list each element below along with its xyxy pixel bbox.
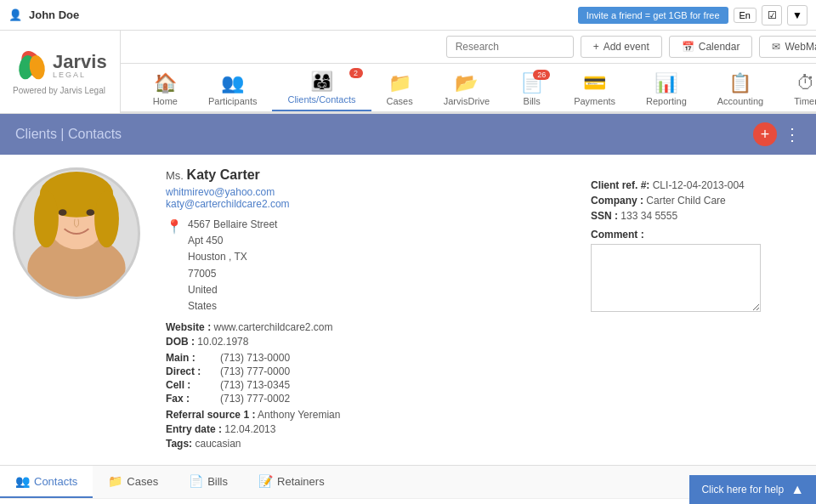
referral-value: Anthony Yeremian	[258, 409, 340, 421]
dropdown-icon[interactable]: ▼	[787, 5, 808, 25]
user-section: 👤 John Doe	[8, 8, 79, 21]
address-country1: United	[188, 282, 277, 298]
more-options-button[interactable]: ⋮	[784, 124, 801, 144]
ssn-value: 133 34 5555	[620, 210, 677, 222]
direct-phone: (713) 777-0000	[220, 365, 574, 377]
phone-grid: Main : (713) 713-0000 Direct : (713) 777…	[166, 352, 574, 405]
tab-bills[interactable]: 📄 Bills	[173, 466, 243, 498]
company-value: Carter Child Care	[646, 195, 725, 207]
nav-label-cases: Cases	[387, 96, 413, 106]
help-button[interactable]: Click here for help ▲	[689, 475, 816, 504]
client-email2[interactable]: katy@carterchildcare2.com	[166, 198, 574, 210]
clients-icon: 👨‍👩‍👧	[310, 71, 333, 93]
tab-contacts[interactable]: 👥 Contacts	[0, 466, 93, 498]
sidebar-item-home[interactable]: 🏠 Home	[138, 65, 193, 111]
website-label: Website :	[166, 321, 211, 333]
calendar-label: Calendar	[699, 41, 740, 53]
phones-block: Main : (713) 713-0000 Direct : (713) 777…	[166, 352, 574, 405]
ssn-label: SSN :	[591, 210, 618, 222]
calendar-button[interactable]: 📅 Calendar	[669, 36, 753, 58]
fax-label: Fax :	[166, 393, 217, 405]
entry-date-line: Entry date : 12.04.2013	[166, 423, 574, 435]
reporting-icon: 📊	[654, 72, 677, 94]
language-button[interactable]: En	[734, 8, 756, 23]
logo-row: Jarvis LEGAL	[13, 48, 107, 82]
sidebar-item-reporting[interactable]: 📊 Reporting	[631, 65, 702, 111]
address-text: 4567 Bellaire Street Apt 450 Houston , T…	[188, 217, 277, 314]
client-salutation: Ms.	[166, 169, 184, 182]
invite-button[interactable]: Invite a friend = get 1GB for free	[578, 7, 728, 24]
sidebar-item-jarvisdrive[interactable]: 📂 JarvisDrive	[428, 65, 505, 111]
search-wrapper	[446, 36, 574, 58]
ssn-line: SSN : 133 34 5555	[591, 210, 803, 222]
cases-icon: 📁	[388, 72, 411, 94]
dob-value: 10.02.1978	[197, 336, 248, 348]
tags-value: caucasian	[195, 438, 241, 450]
nav-label-bills: Bills	[524, 96, 541, 106]
cases-tab-label: Cases	[127, 475, 158, 488]
tab-cases[interactable]: 📁 Cases	[93, 466, 173, 498]
powered-by: Powered by Jarvis Legal	[13, 86, 107, 95]
right-header: + Add event 📅 Calendar ✉ WebMail 🏠 Home …	[121, 31, 816, 113]
plus-icon: +	[593, 41, 599, 53]
search-input[interactable]	[446, 36, 574, 58]
sidebar-item-payments[interactable]: 💳 Payments	[558, 65, 631, 111]
retainers-tab-label: Retainers	[277, 475, 325, 488]
retainers-tab-icon: 📝	[258, 474, 273, 488]
tab-retainers[interactable]: 📝 Retainers	[243, 466, 340, 498]
sidebar-item-timer[interactable]: ⏱ Timer	[779, 65, 816, 111]
webmail-button[interactable]: ✉ WebMail	[759, 36, 816, 58]
drive-icon: 📂	[455, 72, 478, 94]
client-email1[interactable]: whitmirevo@yahoo.com	[166, 186, 574, 198]
participants-icon: 👥	[221, 72, 244, 94]
bills-tab-label: Bills	[207, 475, 228, 488]
top-bar: 👤 John Doe Invite a friend = get 1GB for…	[0, 0, 816, 31]
right-column: Client ref. #: CLI-12-04-2013-004 Compan…	[591, 167, 803, 452]
add-event-label: Add event	[604, 41, 649, 53]
add-event-button[interactable]: + Add event	[581, 36, 662, 58]
contacts-subtitle: Contacts	[68, 127, 122, 141]
sidebar-item-bills[interactable]: 📄 Bills 26	[505, 65, 558, 111]
sidebar-item-participants[interactable]: 👥 Participants	[193, 65, 272, 111]
nav-bar: 🏠 Home 👥 Participants 👨‍👩‍👧 Clients/Cont…	[121, 64, 816, 113]
company-line: Company : Carter Child Care	[591, 195, 803, 207]
dob-label: DOB :	[166, 336, 195, 348]
svg-point-8	[94, 190, 119, 247]
nav-label-participants: Participants	[208, 96, 257, 106]
help-expand-icon: ▲	[790, 482, 804, 497]
sidebar-item-accounting[interactable]: 📋 Accounting	[702, 65, 779, 111]
clients-badge: 2	[349, 68, 363, 78]
address-apt: Apt 450	[188, 233, 277, 249]
checkbox-icon[interactable]: ☑	[762, 5, 782, 25]
client-ref-value: CLI-12-04-2013-004	[653, 179, 745, 191]
nav-label-timer: Timer	[794, 96, 816, 106]
timer-icon: ⏱	[796, 72, 815, 94]
add-contact-button[interactable]: +	[753, 122, 777, 146]
logo-svg	[13, 48, 51, 82]
accounting-icon: 📋	[728, 72, 751, 94]
profile-section: Ms. Katy Carter whitmirevo@yahoo.com kat…	[0, 155, 816, 465]
page-title: Clients | Contacts	[15, 127, 122, 142]
user-icon: 👤	[8, 8, 22, 21]
bills-tab-icon: 📄	[189, 474, 203, 488]
nav-label-payments: Payments	[574, 96, 615, 106]
website-value: www.carterchildcare2.com	[213, 321, 332, 333]
website-line: Website : www.carterchildcare2.com	[166, 321, 574, 333]
dob-line: DOB : 10.02.1978	[166, 336, 574, 348]
contacts-tab-icon: 👥	[15, 474, 30, 488]
cell-label: Cell :	[166, 379, 217, 391]
main-label: Main :	[166, 352, 217, 364]
nav-label-reporting: Reporting	[646, 96, 687, 106]
entry-label: Entry date :	[166, 423, 222, 435]
page-header-actions: + ⋮	[753, 122, 801, 146]
contacts-tab-label: Contacts	[34, 475, 77, 488]
address-block: 📍 4567 Bellaire Street Apt 450 Houston ,…	[166, 217, 574, 314]
client-ref-label: Client ref. #:	[591, 179, 649, 191]
comment-textarea[interactable]	[591, 244, 761, 312]
sidebar-item-cases[interactable]: 📁 Cases	[371, 65, 428, 111]
sidebar-item-clients[interactable]: 👨‍👩‍👧 Clients/Contacts 2	[272, 64, 371, 111]
cases-tab-icon: 📁	[108, 474, 122, 488]
payments-icon: 💳	[583, 72, 606, 94]
main-content: Ms. Katy Carter whitmirevo@yahoo.com kat…	[0, 155, 816, 504]
client-name: Katy Carter	[187, 167, 260, 182]
